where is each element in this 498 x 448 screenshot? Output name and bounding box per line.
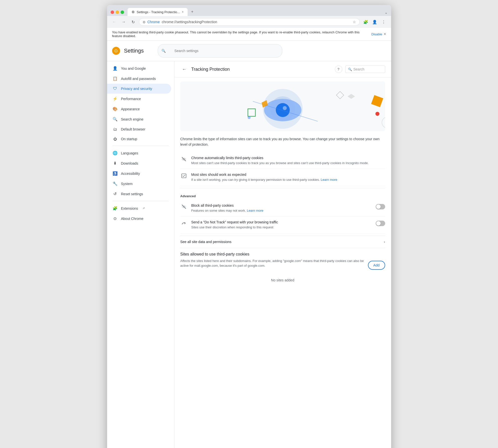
sidebar-item-reset[interactable]: ↺ Reset settings (107, 189, 171, 199)
no-tracking-icon (180, 156, 187, 163)
do-not-track-toggle[interactable] (376, 221, 385, 226)
auto-limit-desc: Most sites can't use third-party cookies… (191, 161, 385, 166)
sidebar-item-about[interactable]: ⊙ About Chrome (107, 213, 171, 224)
sidebar-label-default-browser: Default browser (121, 127, 145, 131)
auto-limit-option: Chrome automatically limits third-party … (180, 152, 385, 169)
info-bar: You have enabled testing third-party coo… (107, 28, 391, 41)
sites-work-icon (180, 173, 187, 180)
extensions-sidebar-icon: 🧩 (113, 206, 118, 211)
block-all-title: Block all third-party cookies (191, 203, 372, 207)
about-icon: ⊙ (113, 216, 118, 221)
learn-more-link-1[interactable]: Learn more (321, 178, 337, 182)
block-all-toggle[interactable] (376, 204, 385, 209)
do-not-track-icon (180, 220, 187, 227)
shield-icon: 🛡 (113, 86, 118, 91)
sidebar-label-languages: Languages (121, 151, 138, 155)
sites-desc-wrapper: Affects the sites listed here and their … (180, 258, 364, 272)
menu-button[interactable]: ⋮ (380, 18, 388, 26)
add-site-button[interactable]: Add (368, 261, 385, 270)
do-not-track-option: Send a "Do Not Track" request with your … (180, 217, 385, 234)
block-cookies-icon (180, 203, 187, 211)
settings-title: Settings (124, 48, 144, 54)
tracking-protection-content: Chrome limits the type of information si… (174, 131, 391, 289)
settings-search-bar: 🔍 (158, 44, 282, 58)
minimize-traffic-light[interactable] (116, 10, 119, 14)
auto-limit-title: Chrome automatically limits third-party … (191, 156, 385, 160)
sites-work-title: Most sites should work as expected (191, 173, 385, 177)
title-bar: ⚙ Settings - Tracking Protectio... × + ⌄ (107, 5, 391, 16)
sidebar-label-privacy: Privacy and security (121, 87, 152, 91)
external-link-icon: ↗ (142, 207, 145, 210)
help-button[interactable]: ? (335, 65, 342, 73)
see-all-chevron-icon: › (384, 240, 385, 244)
traffic-lights (111, 10, 124, 16)
sidebar-item-appearance[interactable]: 🎨 Appearance (107, 104, 171, 114)
sidebar-label-system: System (121, 182, 133, 186)
settings-header: ⊙ Settings 🔍 (107, 41, 391, 61)
see-all-text: See all site data and permissions (180, 240, 231, 244)
sidebar-item-accessibility[interactable]: ♿ Accessibility (107, 168, 171, 179)
block-all-option: Block all third-party cookies Features o… (180, 200, 385, 217)
svg-point-3 (276, 103, 290, 117)
back-button[interactable]: ← (111, 18, 118, 26)
sidebar-label-about: About Chrome (121, 217, 143, 221)
address-bar[interactable]: ⊙ Chrome chrome://settings/trackingProte… (139, 18, 360, 26)
languages-icon: 🌐 (113, 151, 118, 155)
info-bar-close-button[interactable]: × (384, 32, 386, 36)
illustration-svg (180, 81, 385, 131)
downloads-icon: ⬇ (113, 161, 118, 166)
hero-illustration (180, 81, 385, 131)
sidebar-item-default-browser[interactable]: 🗂 Default browser (107, 124, 171, 134)
sidebar-divider-1 (113, 146, 169, 146)
sidebar-item-privacy[interactable]: 🛡 Privacy and security (107, 84, 171, 94)
see-all-site-data-row[interactable]: See all site data and permissions › (180, 236, 385, 248)
tracking-search-box[interactable]: 🔍 Search (345, 65, 385, 73)
sidebar-label-appearance: Appearance (121, 107, 140, 111)
bookmark-icon[interactable]: ☆ (353, 20, 356, 24)
settings-body: 👤 You and Google 📋 Autofill and password… (107, 61, 391, 448)
svg-marker-8 (336, 91, 344, 99)
sidebar-item-system[interactable]: 🔧 System (107, 179, 171, 189)
svg-point-17 (183, 158, 185, 160)
extensions-button[interactable]: 🧩 (362, 18, 370, 26)
block-all-desc: Features on some sites may not work. Lea… (191, 208, 372, 213)
sidebar-item-extensions[interactable]: 🧩 Extensions ↗ (107, 203, 171, 213)
svg-rect-7 (248, 109, 255, 116)
active-tab[interactable]: ⚙ Settings - Tracking Protectio... × (128, 8, 188, 16)
forward-button[interactable]: → (120, 18, 128, 26)
svg-point-14 (248, 116, 251, 119)
no-sites-label: No sites added (180, 272, 385, 284)
settings-search-input[interactable] (167, 46, 279, 55)
learn-more-link-2[interactable]: Learn more (247, 209, 263, 212)
tab-close-button[interactable]: × (182, 10, 184, 14)
sidebar-item-you-and-google[interactable]: 👤 You and Google (107, 63, 171, 73)
do-not-track-title: Send a "Do Not Track" request with your … (191, 220, 372, 224)
sidebar-item-performance[interactable]: ⚡ Performance (107, 94, 171, 104)
svg-point-4 (283, 106, 287, 110)
sidebar-item-on-startup[interactable]: ⏻ On startup (107, 134, 171, 144)
svg-marker-9 (348, 94, 355, 99)
tracking-protection-header: ← Tracking Protection ? 🔍 Search (174, 61, 391, 77)
chrome-logo-address: ⊙ (143, 20, 145, 24)
close-traffic-light[interactable] (111, 10, 114, 14)
svg-point-21 (183, 206, 185, 207)
back-to-privacy-button[interactable]: ← (180, 65, 188, 73)
maximize-traffic-light[interactable] (121, 10, 124, 14)
profile-button[interactable]: 👤 (371, 18, 379, 26)
sidebar-item-languages[interactable]: 🌐 Languages (107, 148, 171, 158)
reload-button[interactable]: ↻ (130, 18, 137, 26)
info-bar-disable-link[interactable]: Disable (371, 32, 382, 36)
sidebar-item-search-engine[interactable]: 🔍 Search engine (107, 114, 171, 124)
info-bar-message: You have enabled testing third-party coo… (112, 30, 370, 38)
svg-rect-18 (182, 174, 186, 178)
sidebar-label-on-startup: On startup (121, 137, 137, 141)
system-icon: 🔧 (113, 181, 118, 186)
sidebar-item-downloads[interactable]: ⬇ Downloads (107, 158, 171, 168)
sidebar: 👤 You and Google 📋 Autofill and password… (107, 61, 174, 448)
svg-point-12 (382, 117, 385, 128)
tab-menu-button[interactable]: ⌄ (385, 10, 388, 16)
new-tab-button[interactable]: + (189, 7, 196, 16)
sites-work-desc: If a site isn't working, you can try giv… (191, 177, 385, 182)
sidebar-item-autofill[interactable]: 📋 Autofill and passwords (107, 73, 171, 84)
sites-work-option: Most sites should work as expected If a … (180, 169, 385, 186)
